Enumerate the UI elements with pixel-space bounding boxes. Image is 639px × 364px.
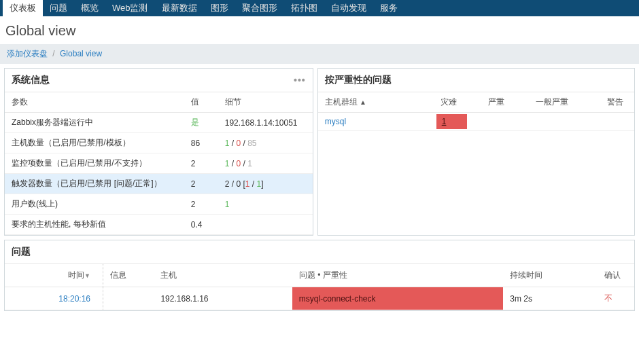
- nav-services[interactable]: 服务: [373, 0, 404, 17]
- table-row: 触发器数量（已启用/已禁用 [问题/正常]）22 / 0 [1 / 1]: [5, 174, 313, 194]
- nav-problems[interactable]: 问题: [43, 0, 74, 17]
- sysinfo-param: 用户数(线上): [5, 194, 184, 215]
- sysinfo-detail: [218, 215, 313, 235]
- breadcrumb-sep: /: [52, 49, 54, 58]
- col-hostgroup[interactable]: 主机群组 ▲: [318, 92, 434, 113]
- col-time[interactable]: 时间▼: [5, 264, 103, 287]
- problem-host: 192.168.1.16: [154, 287, 292, 310]
- col-info: 信息: [103, 264, 154, 287]
- col-problem-sev[interactable]: 问题 • 严重性: [292, 264, 503, 287]
- nav-latest[interactable]: 最新数据: [155, 0, 204, 17]
- sysinfo-value: 2: [184, 194, 218, 215]
- sysinfo-table: 参数 值 细节 Zabbix服务器端运行中是192.168.1.14:10051…: [5, 92, 313, 235]
- nav-web[interactable]: Web监测: [105, 0, 155, 17]
- problem-time[interactable]: 18:20:16: [58, 294, 90, 304]
- sysinfo-param: 要求的主机性能, 每秒新值: [5, 215, 184, 235]
- sysinfo-param: 主机数量（已启用/已禁用/模板）: [5, 133, 184, 153]
- sysinfo-detail: 1 / 0 / 85: [218, 133, 313, 153]
- problems-table: 时间▼ 信息 主机 问题 • 严重性 持续时间 确认 18:20:16 192.…: [5, 264, 634, 310]
- severity-widget: 按严重性的问题 主机群组 ▲ 灾难 严重 一般严重 警告 mysql 1: [317, 68, 635, 236]
- breadcrumb-parent[interactable]: 添加仪表盘: [7, 49, 48, 58]
- disaster-count[interactable]: 1: [436, 114, 467, 129]
- hostgroup-link[interactable]: mysql: [325, 117, 346, 126]
- sysinfo-detail: 1 / 0 / 1: [218, 153, 313, 174]
- col-detail: 细节: [218, 92, 313, 113]
- sysinfo-value: 2: [184, 174, 218, 194]
- page-title: Global view: [0, 16, 639, 44]
- problem-row: 18:20:16 192.168.1.16 msyql-connect-chec…: [5, 287, 634, 310]
- sort-up-icon: ▲: [360, 98, 366, 106]
- table-row: Zabbix服务器端运行中是192.168.1.14:10051: [5, 113, 313, 133]
- sysinfo-value: 2: [184, 153, 218, 174]
- nav-maps[interactable]: 拓扑图: [284, 0, 324, 17]
- nav-screens[interactable]: 聚合图形: [235, 0, 284, 17]
- nav-discovery[interactable]: 自动发现: [324, 0, 373, 17]
- col-value: 值: [184, 92, 218, 113]
- problems-title: 问题: [12, 246, 31, 258]
- problems-widget: 问题 时间▼ 信息 主机 问题 • 严重性 持续时间 确认 18:20:16 1…: [4, 240, 635, 311]
- sysinfo-value: 是: [184, 113, 218, 133]
- table-row: 监控项数量（已启用/已禁用/不支持）21 / 0 / 1: [5, 153, 313, 174]
- sysinfo-value: 0.4: [184, 215, 218, 235]
- top-nav: 仪表板 问题 概览 Web监测 最新数据 图形 聚合图形 拓扑图 自动发现 服务: [0, 0, 639, 16]
- table-row: 用户数(线上)21: [5, 194, 313, 215]
- col-warning[interactable]: 警告: [600, 92, 634, 113]
- problem-duration: 3m 2s: [503, 287, 598, 310]
- nav-overview[interactable]: 概览: [74, 0, 105, 17]
- nav-dashboard[interactable]: 仪表板: [3, 0, 43, 17]
- breadcrumb: 添加仪表盘 / Global view: [0, 44, 639, 64]
- severity-title: 按严重性的问题: [325, 74, 392, 86]
- sysinfo-detail: 1: [218, 194, 313, 215]
- table-row: 要求的主机性能, 每秒新值0.4: [5, 215, 313, 235]
- sysinfo-detail: 192.168.1.14:10051: [218, 113, 313, 133]
- col-param: 参数: [5, 92, 184, 113]
- sort-down-icon: ▼: [84, 272, 90, 279]
- sysinfo-title: 系统信息: [12, 74, 50, 86]
- col-disaster[interactable]: 灾难: [434, 92, 481, 113]
- sysinfo-param: Zabbix服务器端运行中: [5, 113, 184, 133]
- sysinfo-value: 86: [184, 133, 218, 153]
- widget-menu-icon[interactable]: •••: [294, 75, 306, 86]
- problem-severity[interactable]: msyql-connect-check: [292, 287, 503, 310]
- col-general-severe[interactable]: 一般严重: [529, 92, 600, 113]
- nav-graphs[interactable]: 图形: [204, 0, 235, 17]
- table-row: 主机数量（已启用/已禁用/模板）861 / 0 / 85: [5, 133, 313, 153]
- problem-info: [103, 287, 154, 310]
- severity-row: mysql 1: [318, 113, 634, 131]
- severity-table: 主机群组 ▲ 灾难 严重 一般严重 警告 mysql 1: [318, 92, 634, 131]
- breadcrumb-current[interactable]: Global view: [60, 49, 102, 58]
- col-duration: 持续时间: [503, 264, 598, 287]
- sysinfo-widget: 系统信息 ••• 参数 值 细节 Zabbix服务器端运行中是192.168.1…: [4, 68, 313, 236]
- col-host[interactable]: 主机: [154, 264, 292, 287]
- problem-ack[interactable]: 不: [604, 293, 612, 303]
- col-ack: 确认: [598, 264, 634, 287]
- sysinfo-param: 监控项数量（已启用/已禁用/不支持）: [5, 153, 184, 174]
- sysinfo-param: 触发器数量（已启用/已禁用 [问题/正常]）: [5, 174, 184, 194]
- sysinfo-detail: 2 / 0 [1 / 1]: [218, 174, 313, 194]
- col-severe[interactable]: 严重: [481, 92, 529, 113]
